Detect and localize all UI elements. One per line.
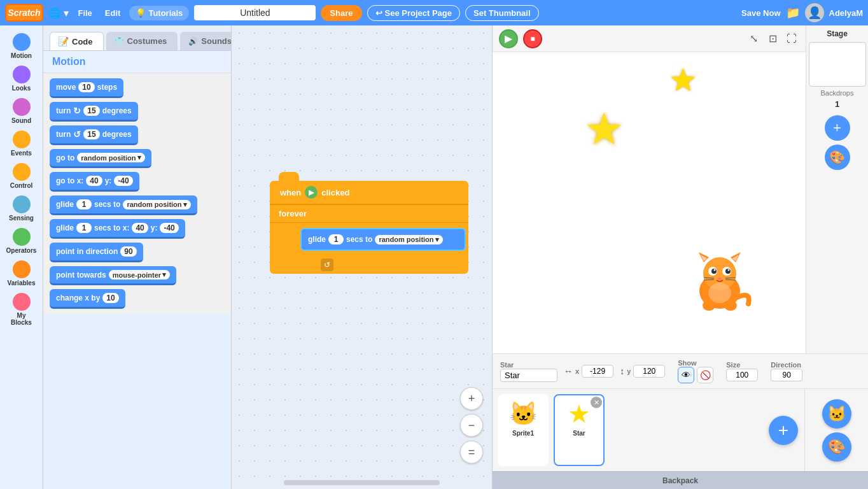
add-sprite-button[interactable]: + [769,416,798,445]
degrees-cw-label: degrees [102,106,132,115]
glide-dropdown[interactable]: random position ▾ [375,235,442,244]
set-thumbnail-button[interactable]: Set Thumbnail [465,5,539,21]
stop-button[interactable]: ■ [523,29,542,48]
paint-add-button[interactable]: 🎨 [822,432,851,462]
glide-secs-input[interactable]: 1 [328,234,344,244]
share-button[interactable]: Share [321,5,361,21]
sidebar-item-sensing[interactable]: Sensing [3,193,41,224]
stage-controls-right: ⤡ ⊡ ⛶ [746,31,799,46]
project-title-input[interactable] [194,5,316,20]
tutorials-button[interactable]: 💡 Tutorials [129,6,189,20]
glide2-y-label: y: [151,223,158,232]
stage-thumbnail[interactable] [809,42,866,87]
inner-glide-block[interactable]: glide 1 secs to random position ▾ [300,228,466,251]
y-coord-input[interactable] [633,365,665,378]
forever-block[interactable]: forever glide 1 secs to random position … [270,205,468,274]
globe-button[interactable]: 🌐 ▾ [48,7,69,19]
x-coord-input[interactable] [582,365,613,378]
see-project-button[interactable]: ↩ See Project Page [367,5,461,21]
scratch-logo: Scratch [5,4,43,22]
sprite-label: Star [500,361,557,382]
sidebar-item-control[interactable]: Control [3,160,41,192]
file-menu[interactable]: File [74,8,95,18]
direction-input[interactable] [771,369,802,381]
svg-point-11 [728,269,730,271]
goto-x-input[interactable]: 40 [86,176,102,186]
sidebar-item-events[interactable]: Events [3,128,41,159]
stage-fullpage-button[interactable]: ⛶ [784,31,799,46]
glide2-y-input[interactable]: -40 [160,223,178,233]
block-glide2[interactable]: glide 1 secs to x: 40 y: -40 [50,219,185,239]
size-input[interactable] [726,369,758,381]
cat-sprite [685,250,755,315]
glide1-dropdown[interactable]: random position ▾ [123,200,190,209]
code-area[interactable]: when ▶ clicked forever [231,25,493,489]
glide1-secs-input[interactable]: 1 [76,199,92,209]
delete-star-button[interactable]: ✕ [591,397,602,408]
add-backdrop-button[interactable]: + [825,115,850,141]
events-label: Events [11,150,32,157]
change-x-input[interactable]: 10 [102,293,118,303]
x-coord-group: ↔ x [564,365,613,378]
username-label[interactable]: AdelyaM [829,8,863,18]
stage-area: ▶ ■ ⤡ ⊡ ⛶ ★ ★ [493,25,806,353]
steps-label: steps [97,83,117,92]
goto-y-input[interactable]: -40 [114,176,132,186]
sidebar-item-operators[interactable]: Operators [3,225,41,257]
sprite-card-sprite1[interactable]: 🐱 Sprite1 [498,394,549,466]
sidebar-item-sound[interactable]: Sound [3,96,41,127]
stage-fullscreen-button[interactable]: ⤡ [746,31,761,46]
show-eye-button[interactable]: 👁 [678,367,694,383]
glide1-mid-label: secs to [94,200,120,209]
add-from-library-button[interactable]: 🎨 [825,145,850,170]
sound-dot [13,98,31,116]
block-point-dir[interactable]: point in direction 90 [50,243,143,262]
hide-eye-button[interactable]: 🚫 [697,367,713,383]
forever-bottom: ↺ [270,256,468,274]
forever-body: glide 1 secs to random position ▾ [270,223,468,256]
hat-block[interactable]: when ▶ clicked [270,181,468,205]
glide2-secs-input[interactable]: 1 [76,223,92,233]
zoom-out-button[interactable]: − [460,414,483,437]
stage-action-buttons: + 🎨 [806,115,868,170]
goto-dropdown[interactable]: random position ▾ [77,153,144,162]
tab-code[interactable]: 📝 Code [50,32,104,50]
move-steps-input[interactable]: 10 [78,82,94,92]
block-goto-random[interactable]: go to random position ▾ [50,149,151,168]
block-point-towards[interactable]: point towards mouse-pointer ▾ [50,266,176,285]
block-goto-xy[interactable]: go to x: 40 y: -40 [50,172,139,192]
sidebar-item-looks[interactable]: Looks [3,63,41,94]
sidebar-item-myblocks[interactable]: My Blocks [3,290,41,329]
star-sprite-large: ★ [584,103,624,155]
block-glide1[interactable]: glide 1 secs to random position ▾ [50,195,197,215]
tab-costumes[interactable]: 👕 Costumes [106,32,178,50]
stage-right-controls: 🐱 🎨 [804,389,868,471]
horizontal-scrollbar[interactable] [284,480,440,485]
save-now-button[interactable]: Save Now [741,8,780,18]
folder-icon[interactable]: 📁 [786,6,800,20]
script-container[interactable]: when ▶ clicked forever [270,172,468,274]
add-sprite-area: + [762,389,804,471]
block-turn-cw[interactable]: turn ↻ 15 degrees [50,102,138,122]
sprite-card-star[interactable]: ✕ ★ Star [554,394,605,466]
turn-ccw-degrees-input[interactable]: 15 [83,129,99,139]
sidebar-item-motion[interactable]: Motion [3,31,41,62]
point-dir-input[interactable]: 90 [120,246,136,257]
cat-add-button[interactable]: 🐱 [822,399,851,429]
block-move[interactable]: move 10 steps [50,78,123,98]
edit-menu[interactable]: Edit [101,8,125,18]
sprite-name-input[interactable] [500,369,557,382]
sidebar-item-variables[interactable]: Variables [3,258,41,289]
zoom-fit-button[interactable]: = [460,441,483,464]
block-change-x[interactable]: change x by 10 [50,289,125,309]
block-turn-ccw[interactable]: turn ↺ 15 degrees [50,125,138,145]
sprite-list-area: 🐱 Sprite1 ✕ ★ Star + 🐱 🎨 [493,389,868,471]
zoom-in-button[interactable]: + [460,387,483,410]
hat-block-container: when ▶ clicked [270,172,468,205]
backpack-bar[interactable]: Backpack [493,471,868,489]
point-towards-dropdown[interactable]: mouse-pointer ▾ [109,270,170,280]
green-flag-button[interactable]: ▶ [499,29,518,48]
stage-shrink-button[interactable]: ⊡ [765,31,780,46]
turn-cw-degrees-input[interactable]: 15 [83,106,99,116]
glide2-x-input[interactable]: 40 [132,223,148,233]
